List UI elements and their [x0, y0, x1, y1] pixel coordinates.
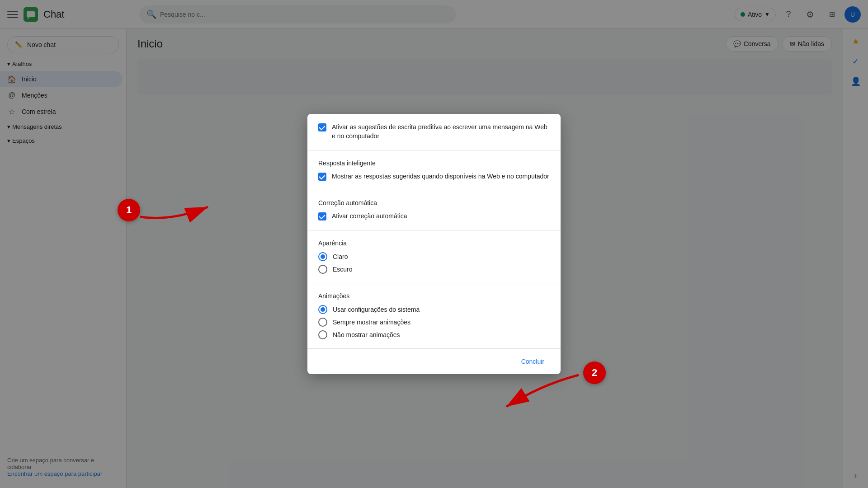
smart-reply-section: Resposta inteligente Mostrar as resposta…: [307, 150, 561, 191]
predictive-writing-checkbox[interactable]: [318, 123, 326, 131]
predictive-writing-label: Ativar as sugestões de escrita preditiva…: [332, 123, 550, 141]
appearance-claro-row: Claro: [318, 252, 550, 261]
appearance-title: Aparência: [318, 239, 550, 247]
smart-reply-row: Mostrar as respostas sugeridas quando di…: [318, 172, 550, 181]
autocorrect-checkbox[interactable]: [318, 212, 326, 221]
animation-always-row: Sempre mostrar animações: [318, 318, 550, 327]
modal-body: Ativar as sugestões de escrita preditiva…: [307, 114, 561, 348]
escuro-label: Escuro: [333, 266, 353, 273]
smart-reply-label: Mostrar as respostas sugeridas quando di…: [332, 172, 549, 181]
smart-reply-checkbox[interactable]: [318, 173, 326, 181]
never-label: Não mostrar animações: [333, 331, 400, 338]
radio-system[interactable]: [318, 305, 327, 314]
radio-claro[interactable]: [318, 252, 327, 261]
appearance-section: Aparência Claro Escuro: [307, 230, 561, 283]
modal-footer: Concluir: [307, 348, 561, 374]
autocorrect-title: Correção automática: [318, 199, 550, 206]
autocorrect-section: Correção automática Ativar correção auto…: [307, 190, 561, 230]
autocorrect-row: Ativar correção automática: [318, 212, 550, 221]
animations-section: Animações Usar configurações do sistema …: [307, 283, 561, 348]
radio-never[interactable]: [318, 330, 327, 339]
predictive-writing-section: Ativar as sugestões de escrita preditiva…: [307, 114, 561, 150]
radio-always[interactable]: [318, 318, 327, 327]
animation-system-row: Usar configurações do sistema: [318, 305, 550, 314]
autocorrect-label: Ativar correção automática: [332, 212, 407, 221]
animations-title: Animações: [318, 292, 550, 300]
system-label: Usar configurações do sistema: [333, 306, 420, 313]
modal-overlay: Ativar as sugestões de escrita preditiva…: [0, 0, 868, 488]
claro-label: Claro: [333, 253, 348, 260]
animation-never-row: Não mostrar animações: [318, 330, 550, 339]
always-label: Sempre mostrar animações: [333, 319, 410, 326]
predictive-writing-row: Ativar as sugestões de escrita preditiva…: [318, 123, 550, 141]
appearance-escuro-row: Escuro: [318, 265, 550, 274]
smart-reply-title: Resposta inteligente: [318, 160, 550, 167]
radio-escuro[interactable]: [318, 265, 327, 274]
settings-modal: Ativar as sugestões de escrita preditiva…: [307, 114, 561, 374]
concluir-button[interactable]: Concluir: [516, 354, 550, 369]
